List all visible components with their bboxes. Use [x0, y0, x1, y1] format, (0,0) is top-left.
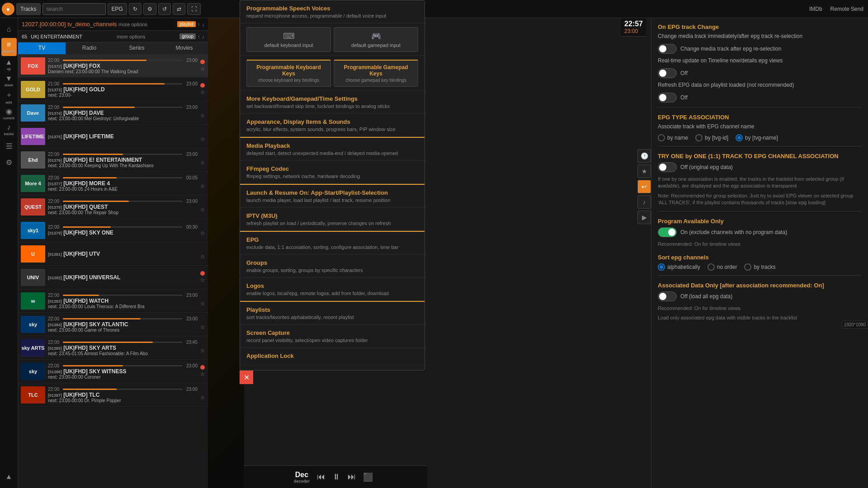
toggle-program-available[interactable]	[658, 227, 677, 237]
favorite-button[interactable]: ☆	[200, 371, 205, 377]
toggle-associated-data[interactable]	[658, 291, 677, 301]
favorite-button[interactable]: ☆	[200, 300, 205, 307]
channel-item[interactable]: sky ARTS 22:0023:45 [01385] [UK|FHD] SKY…	[18, 336, 208, 360]
favorite-button[interactable]: ☆	[200, 160, 205, 166]
fullscreen-button[interactable]: ⛶	[187, 3, 201, 15]
settings-epg[interactable]: EPG exclude data, 1:1 accosiation, sorti…	[240, 231, 425, 255]
channel-item[interactable]: sky 22:0023:00 [01386] [UK|FHD] SKY WITN…	[18, 360, 208, 383]
channel-item[interactable]: LIFETIME [01375] [UK|FHD] LIFETIME ☆	[18, 125, 208, 148]
favorite-button[interactable]: ☆	[200, 183, 205, 189]
settings-media-playback[interactable]: Media Playback delayed start, detect une…	[240, 137, 425, 161]
sidebar-item-up[interactable]: ▲up	[1, 57, 17, 72]
sidebar-item-settings2[interactable]: ⚙	[1, 155, 17, 170]
sort-asc-button[interactable]: ↑	[198, 22, 200, 27]
programmable-keyboard-keys[interactable]: Programmable Keyboard Keys choose keyboa…	[246, 60, 331, 87]
toggle-media-track[interactable]	[658, 44, 677, 54]
favorite-button[interactable]: ☆	[200, 394, 205, 401]
default-gamepad-input[interactable]: 🎮 default gamepad input	[334, 27, 418, 52]
toggle-one-by-one[interactable]	[658, 162, 677, 172]
mini-ctrl-clock[interactable]: 🕐	[637, 149, 651, 163]
programmable-gamepad-keys[interactable]: Programmable Gamepad Keys choose gamepad…	[334, 60, 418, 87]
settings-ffmpeg[interactable]: FFmpeg Codec ffmpeg settings, network ca…	[240, 161, 425, 184]
imdb-button[interactable]: IMDb	[807, 5, 825, 13]
favorite-button[interactable]: ☆	[200, 347, 205, 354]
channel-item[interactable]: FOX 22:0023:00 [01372] [UK|FHD] FOX Dami…	[18, 54, 208, 78]
channel-item[interactable]: More 4 22:0000:05 [01377] [UK|FHD] MORE …	[18, 172, 208, 195]
mini-ctrl-star[interactable]: ★	[637, 164, 651, 178]
record-button[interactable]	[200, 271, 205, 276]
settings-button[interactable]: ⚙	[143, 3, 156, 15]
channel-item[interactable]: TLC 22:0023:00 [01387] [UK|FHD] TLC next…	[18, 383, 208, 407]
sidebar-item-tracks[interactable]: ♪tracks	[1, 122, 17, 137]
record-button[interactable]	[200, 60, 205, 64]
favorite-button[interactable]: ☆	[200, 136, 205, 142]
channel-item[interactable]: U [01381] [UK|FHD] UTV ☆	[18, 242, 208, 266]
radio-by-tvgname[interactable]: by [tvg-name]	[736, 134, 778, 141]
record-button[interactable]	[200, 365, 205, 370]
favorite-button[interactable]: ☆	[200, 277, 205, 283]
more-options-button[interactable]: more options	[118, 22, 147, 27]
group-sort-desc[interactable]: ↓	[202, 34, 204, 39]
radio-by-name[interactable]: by name	[658, 134, 688, 141]
settings-iptv[interactable]: IPTV (M3U) refresh playlist on load / pe…	[240, 208, 425, 231]
favorite-button[interactable]: ☆	[200, 206, 205, 213]
mini-ctrl-video[interactable]: ▶	[637, 211, 651, 224]
player-play-pause-button[interactable]: ⏸	[332, 472, 340, 482]
channel-item[interactable]: sky 22:0023:00 [01384] [UK|FHD] SKY ATLA…	[18, 313, 208, 336]
toggle-refresh-epg[interactable]	[658, 93, 677, 103]
epg-button[interactable]: EPG	[108, 3, 127, 15]
favorite-button[interactable]: ☆	[200, 113, 205, 119]
favorite-button[interactable]: ☆	[200, 66, 205, 72]
settings-groups[interactable]: Groups enable groups, sorting, groups by…	[240, 255, 425, 278]
channel-item[interactable]: Ehd 22:0023:00 [01376] [UK|FHD] E! ENTER…	[18, 148, 208, 172]
mini-ctrl-music[interactable]: ♪	[637, 195, 651, 209]
sidebar-item-down[interactable]: ▼down	[1, 73, 17, 89]
player-fullscreen-button[interactable]: ⬛	[363, 472, 373, 482]
tab-radio[interactable]: Radio	[66, 42, 113, 54]
mini-ctrl-undo[interactable]: ↩	[637, 180, 651, 193]
tracks-button[interactable]: Tracks	[16, 3, 41, 15]
favorite-button[interactable]: ☆	[200, 230, 205, 236]
refresh-button[interactable]: ↻	[129, 3, 142, 15]
settings-playlists[interactable]: Playlists sort tracks/favorites alphabet…	[240, 301, 425, 325]
channel-item[interactable]: w 22:0023:00 [01383] [UK|FHD] WATCH next…	[18, 289, 208, 313]
shuffle-button[interactable]: ⇄	[173, 3, 185, 15]
default-keyboard-input[interactable]: ⌨ default keyboard input	[246, 27, 331, 52]
sidebar-item-list[interactable]: ☰	[1, 138, 17, 154]
settings-speech-voices[interactable]: Programmable Speech Voices request micro…	[240, 0, 425, 23]
settings-appearance[interactable]: Appearance, Display Items & Sounds acryl…	[240, 114, 425, 137]
tab-tv[interactable]: TV	[18, 42, 66, 54]
favorite-button[interactable]: ☆	[200, 324, 205, 330]
sidebar-item-bottom[interactable]: ▲	[1, 469, 17, 484]
radio-by-tracks[interactable]: by tracks	[744, 263, 775, 271]
tab-series[interactable]: Series	[113, 42, 160, 54]
overlay-close-button[interactable]: ✕	[240, 371, 253, 384]
sync-button[interactable]: ↺	[158, 3, 171, 15]
sort-desc-button[interactable]: ↓	[202, 22, 205, 27]
sidebar-item-current[interactable]: ◉current	[1, 106, 17, 121]
radio-alphabetically[interactable]: alphabetically	[658, 263, 700, 271]
radio-by-tvgid[interactable]: by [tvg-id]	[695, 134, 728, 141]
settings-screen-capture[interactable]: Screen Capture record panel visibility, …	[240, 325, 425, 348]
sidebar-item-home[interactable]: ⌂	[1, 22, 17, 37]
settings-logos[interactable]: Logos enable logos, local/epg, remote lo…	[240, 278, 425, 301]
settings-launch-resume[interactable]: Launch & Resume On: App-Start/Playlist-S…	[240, 184, 425, 208]
sidebar-item-add[interactable]: ＋add	[1, 89, 17, 105]
group-sort-asc[interactable]: ↑	[198, 34, 200, 39]
settings-keyboard-gamepad-time[interactable]: More Keyboard/Gamepad/Time Settings set …	[240, 91, 425, 114]
tab-movies[interactable]: Movies	[160, 42, 208, 54]
player-next-button[interactable]: ⏭	[348, 472, 356, 482]
settings-app-lock[interactable]: Application Lock	[240, 348, 425, 366]
player-prev-button[interactable]: ⏮	[317, 472, 325, 482]
channel-item[interactable]: UNIV [01382] [UK|FHD] UNIVERSAL ☆	[18, 266, 208, 289]
channel-item[interactable]: Dave 22:0023:00 [01374] [UK|FHD] DAVE ne…	[18, 101, 208, 125]
favorite-button[interactable]: ☆	[200, 89, 205, 95]
record-button[interactable]	[200, 83, 205, 88]
channel-item[interactable]: sky1 22:0000:30 [01379] [UK|FHD] SKY ONE…	[18, 219, 208, 242]
favorite-button[interactable]: ☆	[200, 253, 205, 260]
sidebar-item-playlists[interactable]: ≡ playlists	[1, 38, 17, 56]
channel-item[interactable]: GOLD 21:0023:00 [01373] [UK|FHD] GOLD ne…	[18, 78, 208, 101]
group-more-options[interactable]: more options	[117, 34, 146, 39]
channel-item[interactable]: QUEST 22:0023:00 [01378] [UK|FHD] QUEST …	[18, 195, 208, 219]
remote-send-button[interactable]: Remote Send	[828, 5, 866, 13]
